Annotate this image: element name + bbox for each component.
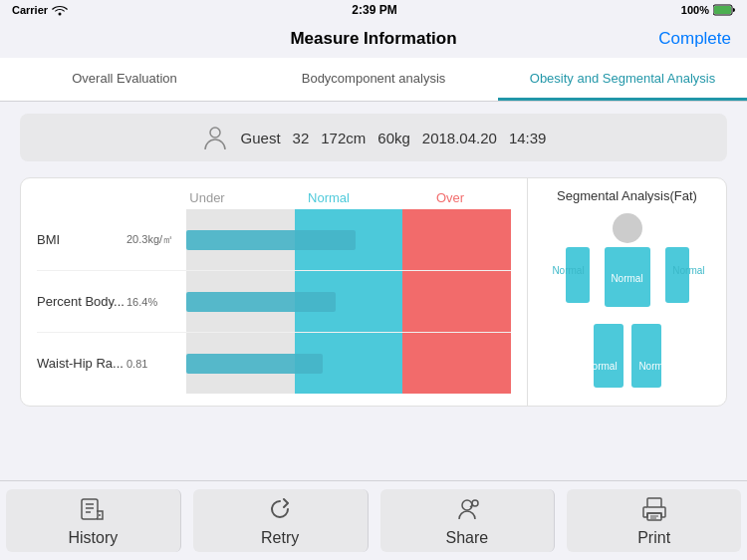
svg-point-9 [472,500,478,506]
patient-age: 32 [293,130,310,146]
toolbar: History Retry Share Print [0,480,747,560]
history-icon [79,495,107,523]
bmi-value: 20.3kg/㎡ [126,232,186,247]
bg-over-whr [402,333,511,394]
body-diagram: Normal Normal Normal Normal Normal [548,213,707,388]
seg-leg-left [594,324,623,388]
print-button[interactable]: Print [567,489,741,552]
nav-title: Measure Information [290,29,456,49]
patient-height: 172cm [321,130,366,146]
segmental-section: Segmental Analysis(Fat) Normal Normal No… [527,178,726,406]
print-label: Print [637,529,670,547]
wifi-icon [52,4,68,16]
patient-bar: Guest 32 172cm 60kg 2018.04.20 14:39 [20,114,727,161]
bmi-row: BMI 20.3kg/㎡ [37,209,511,271]
person-icon [201,124,229,151]
status-right: 100% [681,4,735,16]
pbf-indicator [186,292,336,312]
whr-row: Waist-Hip Ra... 0.81 [37,333,511,394]
col-over: Over [389,190,511,205]
pbf-value: 16.4% [126,296,186,308]
patient-date: 2018.04.20 [422,130,497,146]
status-bar: Carrier 2:39 PM 100% [0,0,747,20]
svg-rect-11 [647,498,661,507]
col-normal: Normal [268,190,389,205]
retry-icon [266,495,294,523]
share-icon [453,495,481,523]
bg-over-pbf [402,271,511,332]
svg-point-8 [462,500,472,510]
bmi-indicator [186,230,356,250]
analysis-panel: Under Normal Over BMI 20.3kg/㎡ [20,177,727,407]
seg-label-torso: Normal [611,273,642,284]
tab-obesity[interactable]: Obesity and Segmental Analysis [498,58,747,101]
whr-bars [186,333,511,394]
svg-rect-2 [714,6,731,14]
seg-leg-right [631,324,661,388]
bmi-bars [186,209,511,270]
battery-label: 100% [681,4,709,16]
tab-overall[interactable]: Overall Evaluation [0,58,249,101]
pbf-label: Percent Body... [37,294,126,309]
seg-label-left-arm: Normal [550,265,588,276]
seg-label-right-leg: Normal [635,361,675,372]
seg-label-left-leg: Normal [582,361,622,372]
tab-bodycomponent[interactable]: Bodycomponent analysis [249,58,498,101]
whr-indicator [186,354,323,374]
carrier-label: Carrier [12,4,48,16]
patient-name: Guest [241,130,281,146]
whr-value: 0.81 [126,358,186,370]
history-button[interactable]: History [6,489,181,552]
share-label: Share [446,529,489,547]
svg-rect-4 [82,499,98,519]
svg-point-0 [59,13,62,16]
status-left: Carrier [12,4,68,16]
pbf-row: Percent Body... 16.4% [37,271,511,333]
share-button[interactable]: Share [380,489,556,552]
history-label: History [68,529,118,547]
bmi-label: BMI [37,232,126,247]
retry-button[interactable]: Retry [193,489,369,552]
seg-head [613,213,642,243]
svg-point-3 [210,128,220,138]
bg-over-bmi [402,209,511,270]
nav-bar: Measure Information Complete [0,20,747,58]
chart-section: Under Normal Over BMI 20.3kg/㎡ [21,178,527,406]
chart-header: Under Normal Over [37,190,511,205]
print-icon [640,495,668,523]
nav-complete[interactable]: Complete [658,29,731,49]
col-under: Under [146,190,268,205]
whr-label: Waist-Hip Ra... [37,356,126,371]
retry-label: Retry [261,529,299,547]
patient-weight: 60kg [377,130,410,146]
segmental-title: Segmental Analysis(Fat) [557,188,697,203]
patient-time: 14:39 [509,130,547,146]
pbf-bars [186,271,511,332]
chart-rows: BMI 20.3kg/㎡ Percent Body... [37,209,511,394]
battery-icon [713,4,735,16]
tab-bar: Overall Evaluation Bodycomponent analysi… [0,58,747,102]
seg-label-right-arm: Normal [667,265,705,276]
time-label: 2:39 PM [352,3,396,17]
main-content: Guest 32 172cm 60kg 2018.04.20 14:39 Und… [0,102,747,417]
